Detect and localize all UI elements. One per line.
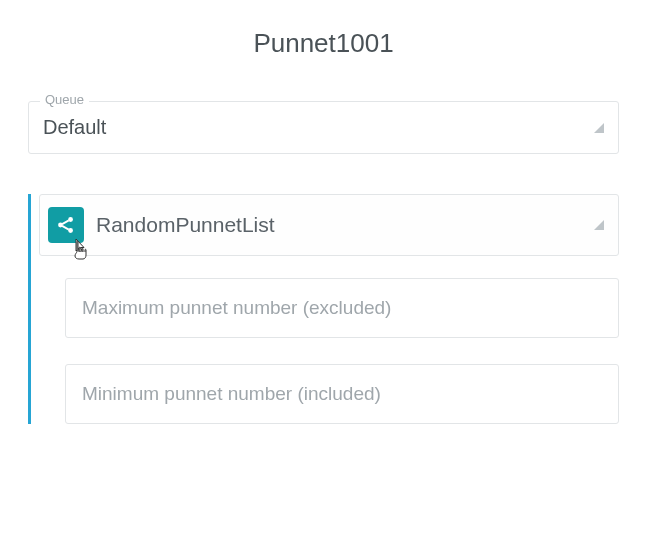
component-fields: Maximum punnet number (excluded) Minimum… — [39, 278, 619, 424]
component-header[interactable]: RandomPunnetList — [39, 194, 619, 256]
dropdown-triangle-icon — [594, 220, 604, 230]
queue-label: Queue — [40, 92, 89, 107]
min-punnet-input[interactable]: Minimum punnet number (included) — [65, 364, 619, 424]
max-punnet-input[interactable]: Maximum punnet number (excluded) — [65, 278, 619, 338]
input-placeholder: Maximum punnet number (excluded) — [82, 297, 391, 318]
share-icon — [48, 207, 84, 243]
input-placeholder: Minimum punnet number (included) — [82, 383, 381, 404]
page-title: Punnet1001 — [28, 28, 619, 59]
queue-field: Queue Default — [28, 101, 619, 154]
dropdown-triangle-icon — [594, 123, 604, 133]
svg-line-3 — [62, 220, 69, 224]
component-name: RandomPunnetList — [96, 213, 594, 237]
queue-select[interactable]: Default — [28, 101, 619, 154]
queue-value: Default — [43, 116, 106, 139]
svg-line-4 — [62, 226, 69, 230]
component-block: RandomPunnetList Maximum punnet number (… — [28, 194, 619, 424]
